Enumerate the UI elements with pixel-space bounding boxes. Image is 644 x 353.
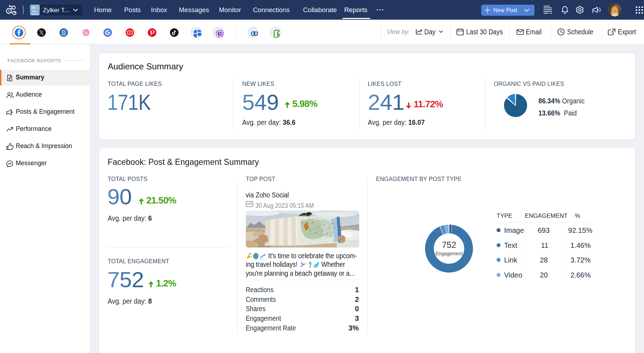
svg-text:Zylker: Zylker [32, 10, 38, 13]
svg-text:Travels: Travels [31, 13, 39, 15]
